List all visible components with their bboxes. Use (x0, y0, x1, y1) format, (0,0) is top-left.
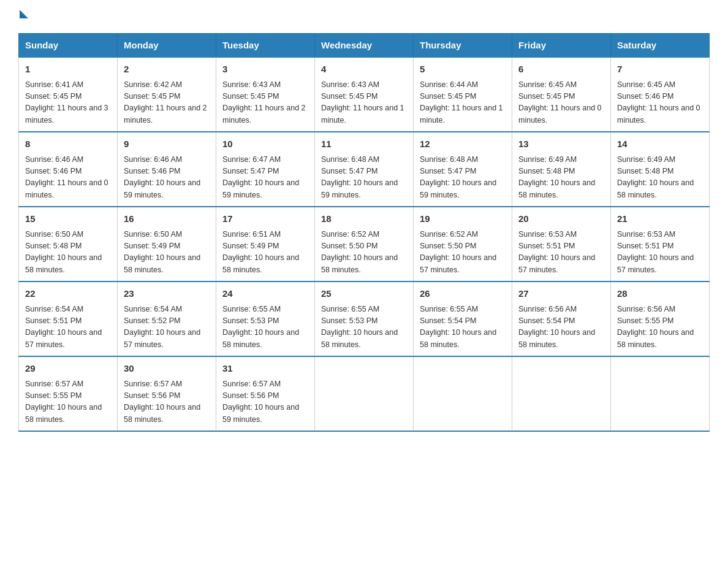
day-info: Sunrise: 6:51 AMSunset: 5:49 PMDaylight:… (222, 229, 308, 277)
calendar-cell: 4Sunrise: 6:43 AMSunset: 5:45 PMDaylight… (315, 57, 414, 132)
day-number: 11 (321, 137, 407, 151)
calendar-cell: 23Sunrise: 6:54 AMSunset: 5:52 PMDayligh… (118, 282, 216, 356)
calendar-table: SundayMondayTuesdayWednesdayThursdayFrid… (18, 33, 710, 432)
day-number: 19 (420, 212, 506, 226)
calendar-cell (611, 356, 710, 431)
day-number: 6 (518, 63, 604, 77)
calendar-cell: 2Sunrise: 6:42 AMSunset: 5:45 PMDaylight… (118, 57, 216, 132)
calendar-cell: 19Sunrise: 6:52 AMSunset: 5:50 PMDayligh… (414, 207, 512, 282)
day-info: Sunrise: 6:53 AMSunset: 5:51 PMDaylight:… (518, 229, 604, 277)
calendar-cell (414, 356, 512, 431)
day-info: Sunrise: 6:43 AMSunset: 5:45 PMDaylight:… (321, 79, 407, 127)
week-row-1: 1Sunrise: 6:41 AMSunset: 5:45 PMDaylight… (19, 57, 710, 132)
day-info: Sunrise: 6:55 AMSunset: 5:54 PMDaylight:… (420, 304, 506, 351)
day-info: Sunrise: 6:54 AMSunset: 5:52 PMDaylight:… (124, 304, 210, 351)
day-number: 5 (420, 63, 506, 77)
day-info: Sunrise: 6:44 AMSunset: 5:45 PMDaylight:… (420, 79, 506, 127)
day-number: 24 (222, 287, 308, 301)
calendar-cell: 31Sunrise: 6:57 AMSunset: 5:56 PMDayligh… (216, 356, 315, 431)
day-info: Sunrise: 6:56 AMSunset: 5:55 PMDaylight:… (617, 304, 703, 351)
day-number: 10 (222, 137, 308, 151)
day-number: 13 (518, 137, 604, 151)
calendar-cell: 17Sunrise: 6:51 AMSunset: 5:49 PMDayligh… (216, 207, 315, 282)
day-info: Sunrise: 6:57 AMSunset: 5:56 PMDaylight:… (222, 378, 308, 426)
day-number: 26 (420, 287, 506, 301)
calendar-cell: 5Sunrise: 6:44 AMSunset: 5:45 PMDaylight… (414, 57, 512, 132)
day-number: 3 (222, 63, 308, 77)
day-number: 29 (25, 362, 111, 376)
day-number: 18 (321, 212, 407, 226)
day-info: Sunrise: 6:53 AMSunset: 5:51 PMDaylight:… (617, 229, 703, 277)
calendar-cell: 7Sunrise: 6:45 AMSunset: 5:46 PMDaylight… (611, 57, 710, 132)
day-number: 21 (617, 212, 703, 226)
day-number: 12 (420, 137, 506, 151)
calendar-cell: 16Sunrise: 6:50 AMSunset: 5:49 PMDayligh… (118, 207, 216, 282)
calendar-cell: 14Sunrise: 6:49 AMSunset: 5:48 PMDayligh… (611, 132, 710, 207)
day-number: 25 (321, 287, 407, 301)
day-number: 22 (25, 287, 111, 301)
column-header-wednesday: Wednesday (315, 34, 414, 58)
day-number: 2 (124, 63, 210, 77)
day-number: 16 (124, 212, 210, 226)
calendar-cell: 9Sunrise: 6:46 AMSunset: 5:46 PMDaylight… (118, 132, 216, 207)
day-info: Sunrise: 6:52 AMSunset: 5:50 PMDaylight:… (321, 229, 407, 277)
week-row-5: 29Sunrise: 6:57 AMSunset: 5:55 PMDayligh… (19, 356, 710, 431)
day-number: 20 (518, 212, 604, 226)
day-info: Sunrise: 6:42 AMSunset: 5:45 PMDaylight:… (124, 79, 210, 127)
logo-arrow-icon (20, 10, 28, 18)
calendar-cell: 22Sunrise: 6:54 AMSunset: 5:51 PMDayligh… (19, 282, 118, 356)
day-info: Sunrise: 6:55 AMSunset: 5:53 PMDaylight:… (321, 304, 407, 351)
day-info: Sunrise: 6:57 AMSunset: 5:55 PMDaylight:… (25, 378, 111, 426)
week-row-3: 15Sunrise: 6:50 AMSunset: 5:48 PMDayligh… (19, 207, 710, 282)
calendar-cell: 8Sunrise: 6:46 AMSunset: 5:46 PMDaylight… (19, 132, 118, 207)
day-info: Sunrise: 6:45 AMSunset: 5:46 PMDaylight:… (617, 79, 703, 127)
calendar-cell: 27Sunrise: 6:56 AMSunset: 5:54 PMDayligh… (512, 282, 611, 356)
day-number: 4 (321, 63, 407, 77)
column-header-sunday: Sunday (19, 34, 118, 58)
day-info: Sunrise: 6:48 AMSunset: 5:47 PMDaylight:… (321, 154, 407, 202)
calendar-cell: 1Sunrise: 6:41 AMSunset: 5:45 PMDaylight… (19, 57, 118, 132)
day-info: Sunrise: 6:43 AMSunset: 5:45 PMDaylight:… (222, 79, 308, 127)
calendar-cell: 18Sunrise: 6:52 AMSunset: 5:50 PMDayligh… (315, 207, 414, 282)
week-row-4: 22Sunrise: 6:54 AMSunset: 5:51 PMDayligh… (19, 282, 710, 356)
logo (18, 12, 28, 21)
calendar-cell: 28Sunrise: 6:56 AMSunset: 5:55 PMDayligh… (611, 282, 710, 356)
calendar-cell: 24Sunrise: 6:55 AMSunset: 5:53 PMDayligh… (216, 282, 315, 356)
day-info: Sunrise: 6:49 AMSunset: 5:48 PMDaylight:… (518, 154, 604, 202)
day-number: 9 (124, 137, 210, 151)
day-info: Sunrise: 6:50 AMSunset: 5:48 PMDaylight:… (25, 229, 111, 277)
calendar-cell (315, 356, 414, 431)
day-number: 1 (25, 63, 111, 77)
day-info: Sunrise: 6:56 AMSunset: 5:54 PMDaylight:… (518, 304, 604, 351)
day-info: Sunrise: 6:54 AMSunset: 5:51 PMDaylight:… (25, 304, 111, 351)
day-number: 8 (25, 137, 111, 151)
day-info: Sunrise: 6:47 AMSunset: 5:47 PMDaylight:… (222, 154, 308, 202)
day-info: Sunrise: 6:57 AMSunset: 5:56 PMDaylight:… (124, 378, 210, 426)
day-number: 30 (124, 362, 210, 376)
day-info: Sunrise: 6:50 AMSunset: 5:49 PMDaylight:… (124, 229, 210, 277)
day-info: Sunrise: 6:45 AMSunset: 5:45 PMDaylight:… (518, 79, 604, 127)
day-number: 28 (617, 287, 703, 301)
calendar-cell (512, 356, 611, 431)
day-info: Sunrise: 6:41 AMSunset: 5:45 PMDaylight:… (25, 79, 111, 127)
calendar-cell: 13Sunrise: 6:49 AMSunset: 5:48 PMDayligh… (512, 132, 611, 207)
calendar-header-row: SundayMondayTuesdayWednesdayThursdayFrid… (19, 34, 710, 58)
calendar-cell: 3Sunrise: 6:43 AMSunset: 5:45 PMDaylight… (216, 57, 315, 132)
calendar-cell: 10Sunrise: 6:47 AMSunset: 5:47 PMDayligh… (216, 132, 315, 207)
day-info: Sunrise: 6:52 AMSunset: 5:50 PMDaylight:… (420, 229, 506, 277)
calendar-cell: 25Sunrise: 6:55 AMSunset: 5:53 PMDayligh… (315, 282, 414, 356)
calendar-cell: 20Sunrise: 6:53 AMSunset: 5:51 PMDayligh… (512, 207, 611, 282)
day-number: 27 (518, 287, 604, 301)
day-info: Sunrise: 6:55 AMSunset: 5:53 PMDaylight:… (222, 304, 308, 351)
calendar-cell: 11Sunrise: 6:48 AMSunset: 5:47 PMDayligh… (315, 132, 414, 207)
day-info: Sunrise: 6:49 AMSunset: 5:48 PMDaylight:… (617, 154, 703, 202)
day-number: 7 (617, 63, 703, 77)
column-header-monday: Monday (118, 34, 216, 58)
day-info: Sunrise: 6:48 AMSunset: 5:47 PMDaylight:… (420, 154, 506, 202)
column-header-saturday: Saturday (611, 34, 710, 58)
day-number: 17 (222, 212, 308, 226)
calendar-cell: 12Sunrise: 6:48 AMSunset: 5:47 PMDayligh… (414, 132, 512, 207)
day-info: Sunrise: 6:46 AMSunset: 5:46 PMDaylight:… (124, 154, 210, 202)
calendar-cell: 30Sunrise: 6:57 AMSunset: 5:56 PMDayligh… (118, 356, 216, 431)
day-number: 23 (124, 287, 210, 301)
